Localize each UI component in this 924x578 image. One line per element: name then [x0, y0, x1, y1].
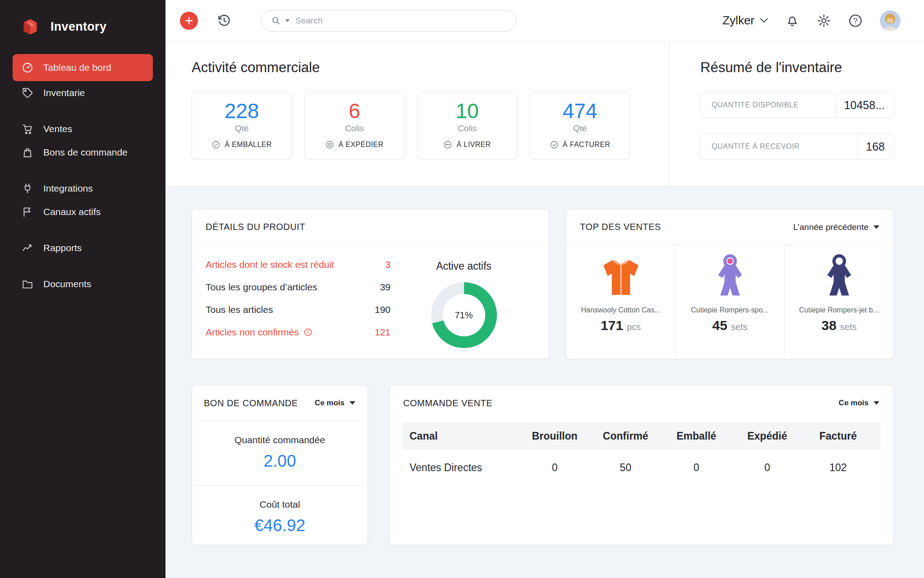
- stat-label: À FACTURER: [563, 141, 610, 149]
- cell-brouillon: 0: [519, 462, 590, 474]
- top-sales-grid: Hanswooly Cotton Cas... 171 pcs: [566, 245, 893, 359]
- history-button[interactable]: [217, 14, 231, 28]
- history-icon: [217, 14, 231, 28]
- caret-down-icon: [873, 225, 880, 229]
- notifications-button[interactable]: [785, 14, 800, 28]
- product-name: Cutiepie Rompers-spo...: [691, 306, 769, 314]
- row-articles-non-confirmes[interactable]: Articles non confirmés 121: [206, 327, 391, 338]
- row-groupes-articles[interactable]: Tous les groupes d’articles 39: [206, 282, 391, 293]
- cart-icon: [22, 123, 33, 135]
- activity-section-title: Activité commerciale: [192, 60, 669, 76]
- ordered-quantity-value: 2.00: [192, 452, 368, 471]
- topbar-right: Zylker ?: [722, 10, 901, 31]
- bag-icon: [22, 147, 33, 158]
- plus-icon: [184, 16, 193, 25]
- row-label: Tous les articles: [206, 304, 273, 315]
- sidebar-item-bons-de-commande[interactable]: Bons de commande: [13, 141, 153, 164]
- product-details-rows: Articles dont le stock est réduit 3 Tous…: [206, 259, 391, 349]
- purchase-order-filter[interactable]: Ce mois: [315, 399, 356, 408]
- table-row[interactable]: Ventes Directes 0 50 0 0 102: [402, 450, 881, 486]
- integrations-icon: [22, 183, 33, 194]
- top-sales-title: TOP DES VENTES: [580, 222, 661, 232]
- stat-card-a-emballer[interactable]: 228 Qté À EMBALLER: [192, 92, 292, 160]
- product-unit: sets: [840, 322, 857, 332]
- inventory-tag-icon: [22, 87, 33, 99]
- product-qty: 38: [821, 318, 836, 333]
- search-input[interactable]: [294, 15, 506, 26]
- top-sales-filter[interactable]: L’année précédente: [793, 222, 880, 232]
- caret-down-icon: [349, 401, 356, 405]
- bell-icon: [785, 14, 800, 28]
- inventory-summary-title: Résumé de l'inventaire: [700, 60, 894, 76]
- main-area: Zylker ?: [165, 0, 924, 578]
- sidebar-item-label: Integrations: [43, 183, 93, 194]
- app-logo-icon: [19, 15, 41, 38]
- table-header-row: Canal Brouillon Confirmé Emballé Expédié…: [402, 422, 881, 450]
- donut-percent-label: 71%: [431, 282, 497, 348]
- help-button[interactable]: ?: [848, 14, 863, 28]
- top-region: Activité commerciale 228 Qté À EMBALLER …: [165, 41, 924, 187]
- lower-region: DÉTAILS DU PRODUIT Articles dont le stoc…: [165, 187, 924, 578]
- stat-card-a-livrer[interactable]: 10 Colis À LIVRER: [417, 92, 517, 160]
- sidebar-item-label: Tableau de bord: [43, 62, 111, 73]
- sidebar-item-documents[interactable]: Documents: [13, 272, 153, 296]
- filter-label: L’année précédente: [793, 222, 869, 232]
- search-bar[interactable]: [261, 10, 516, 32]
- stat-value: 228: [225, 100, 259, 123]
- product-image-romper-jet: [814, 252, 864, 303]
- total-cost-value: €46.92: [192, 516, 368, 535]
- active-items-donut: 71%: [431, 282, 497, 348]
- sidebar-item-inventarie[interactable]: Inventarie: [13, 81, 153, 105]
- summary-card-quantite-disponible[interactable]: QUANTITÉ DISPONIBLE 10458...: [700, 92, 894, 118]
- search-scope-caret-icon[interactable]: [285, 19, 290, 23]
- topbar: Zylker ?: [165, 0, 924, 41]
- cell-expedie: 0: [732, 462, 803, 474]
- top-sales-item-3[interactable]: Cutiepie Rompers-jet b... 38 sets: [785, 245, 893, 359]
- summary-card-quantite-a-recevoir[interactable]: QUANTITÉ À RECEVOIR 168: [700, 133, 894, 160]
- row-label: Articles non confirmés: [206, 327, 299, 338]
- sidebar-item-canaux-actifs[interactable]: Canaux actifs: [13, 200, 153, 224]
- ordered-quantity-block: Quantité commandée 2.00: [192, 421, 368, 485]
- column-header: Confirmé: [590, 430, 661, 442]
- sidebar-item-integrations[interactable]: Integrations: [13, 177, 153, 200]
- add-button[interactable]: [180, 12, 198, 30]
- column-header: Emballé: [661, 430, 732, 442]
- sidebar-item-label: Documents: [43, 279, 91, 289]
- activity-section: Activité commerciale 228 Qté À EMBALLER …: [165, 41, 669, 186]
- sales-order-filter[interactable]: Ce mois: [839, 399, 880, 408]
- org-switcher[interactable]: Zylker: [722, 14, 768, 28]
- stat-card-a-facturer[interactable]: 474 Qté À FACTURER: [530, 92, 630, 160]
- product-image-romper-sport: [705, 252, 755, 303]
- settings-button[interactable]: [817, 14, 831, 28]
- sidebar-item-tableau-de-bord[interactable]: Tableau de bord: [13, 54, 153, 81]
- check-circle-icon: [211, 140, 221, 149]
- info-icon[interactable]: [303, 328, 313, 337]
- cell-emballe: 0: [661, 462, 732, 474]
- sidebar: Inventory Tableau de bord Inventarie Ven…: [0, 0, 165, 578]
- summary-value: 10458...: [836, 92, 894, 118]
- column-header: Facturé: [803, 430, 873, 442]
- org-name: Zylker: [722, 14, 754, 28]
- purchase-order-card: BON DE COMMANDE Ce mois Quantité command…: [192, 385, 368, 545]
- row-label: Tous les groupes d’articles: [206, 282, 317, 293]
- active-items-section: Active actifs 71%: [391, 259, 537, 349]
- sidebar-item-ventes[interactable]: Ventes: [13, 117, 153, 141]
- user-avatar[interactable]: [880, 10, 901, 31]
- product-image-cardigan: [596, 252, 646, 303]
- sidebar-item-rapports[interactable]: Rapports: [13, 236, 153, 260]
- total-cost-block: Coût total €46.92: [192, 486, 368, 550]
- stat-value: 6: [349, 100, 360, 123]
- top-sales-item-2[interactable]: Cutiepie Rompers-spo... 45 sets: [676, 245, 785, 359]
- cell-canal: Ventes Directes: [409, 462, 519, 474]
- summary-label: QUANTITÉ À RECEVOIR: [712, 142, 800, 151]
- summary-label: QUANTITÉ DISPONIBLE: [712, 101, 799, 109]
- product-unit: pcs: [627, 322, 641, 332]
- top-sales-item-1[interactable]: Hanswooly Cotton Cas... 171 pcs: [566, 245, 676, 359]
- sales-order-title: COMMANDE VENTE: [403, 398, 492, 408]
- stat-label: À EXPÉDIER: [338, 141, 383, 149]
- row-value: 121: [375, 327, 391, 338]
- row-tous-articles[interactable]: Tous les articles 190: [206, 304, 391, 315]
- stat-card-a-expedier[interactable]: 6 Colis À EXPÉDIER: [304, 92, 405, 160]
- row-stock-reduit[interactable]: Articles dont le stock est réduit 3: [206, 259, 391, 270]
- cell-confirme: 50: [590, 462, 661, 474]
